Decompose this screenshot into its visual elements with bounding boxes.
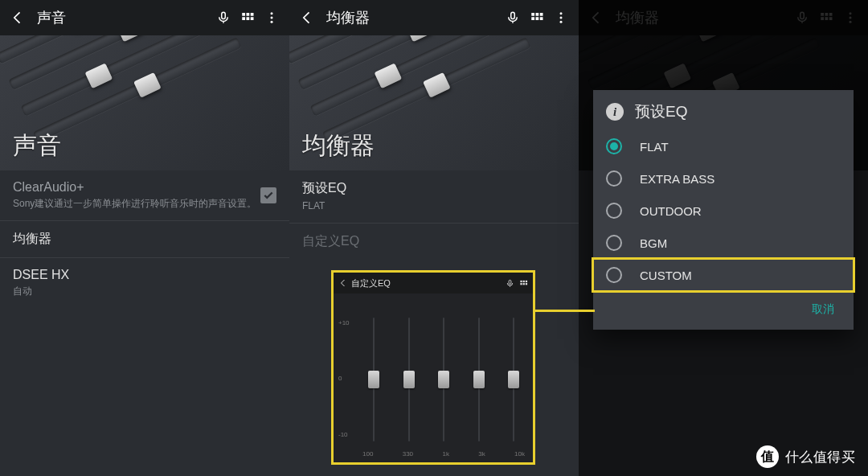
option-label: EXTRA BASS — [640, 172, 714, 186]
svg-rect-34 — [520, 283, 522, 285]
freq-label: 3k — [478, 450, 485, 458]
svg-rect-15 — [536, 17, 539, 20]
equalizer-label: 均衡器 — [13, 231, 276, 248]
clearaudio-checkbox[interactable] — [260, 187, 276, 203]
grid-icon — [519, 279, 528, 288]
eq-option-custom[interactable]: CUSTOM — [593, 259, 854, 291]
preset-eq-row[interactable]: 预设EQ FLAT — [289, 170, 579, 224]
svg-rect-13 — [540, 13, 543, 16]
svg-rect-6 — [251, 17, 254, 20]
svg-point-8 — [271, 17, 273, 19]
option-label: CUSTOM — [640, 269, 692, 282]
hero-banner: 均衡器 — [289, 35, 579, 170]
back-button[interactable] — [6, 6, 29, 29]
scale-bot: -10 — [338, 431, 348, 438]
mic-icon[interactable] — [502, 6, 524, 29]
preset-eq-value: FLAT — [302, 199, 566, 213]
svg-rect-0 — [222, 12, 226, 18]
svg-rect-16 — [540, 17, 543, 20]
svg-rect-35 — [523, 283, 525, 285]
watermark-text: 什么值得买 — [785, 448, 856, 466]
appbar-title: 均衡器 — [326, 8, 370, 27]
custom-eq-label: 自定义EQ — [289, 224, 579, 260]
radio-icon — [606, 170, 622, 187]
overflow-icon[interactable] — [550, 6, 572, 29]
radio-icon — [606, 203, 622, 219]
eq-band-100[interactable] — [362, 318, 385, 441]
clearaudio-label: ClearAudio+ — [13, 180, 260, 195]
svg-rect-33 — [526, 280, 527, 281]
svg-rect-31 — [520, 280, 522, 281]
svg-point-17 — [560, 12, 563, 14]
option-label: OUTDOOR — [640, 204, 702, 218]
eq-band-330[interactable] — [398, 318, 420, 441]
eq-option-flat[interactable]: FLAT — [593, 130, 854, 162]
radio-icon — [606, 235, 622, 251]
svg-rect-30 — [509, 280, 511, 284]
scale-top: +10 — [338, 319, 350, 326]
freq-label: 10k — [514, 450, 525, 458]
eq-band-10k[interactable] — [502, 318, 525, 441]
eq-option-bgm[interactable]: BGM — [593, 227, 854, 259]
watermark-badge-icon: 值 — [756, 445, 779, 468]
eq-band-1k[interactable] — [432, 318, 455, 441]
option-label: BGM — [640, 236, 667, 250]
custom-eq-preview: 自定义EQ +10 0 -10 100 330 1k 3k 10k — [331, 270, 535, 465]
svg-rect-5 — [247, 17, 250, 20]
appbar-title: 声音 — [37, 8, 66, 27]
preset-eq-dialog: i 预设EQ FLAT EXTRA BASS OUTDOOR BGM CUSTO… — [593, 90, 854, 330]
svg-rect-4 — [242, 17, 245, 20]
mic-icon — [506, 279, 514, 288]
svg-point-18 — [560, 17, 563, 19]
eq-option-outdoor[interactable]: OUTDOOR — [593, 195, 854, 227]
grid-icon[interactable] — [236, 6, 259, 29]
svg-rect-14 — [531, 17, 534, 20]
hero-title: 声音 — [13, 129, 61, 162]
clearaudio-desc: Sony建议通过一步简单操作进行聆听音乐时的声音设置。 — [13, 197, 260, 211]
annotation-connector — [535, 310, 595, 312]
svg-rect-2 — [247, 13, 250, 16]
freq-label: 330 — [403, 450, 413, 458]
dsee-value: 自动 — [13, 285, 276, 298]
eq-option-extra-bass[interactable]: EXTRA BASS — [593, 162, 854, 195]
svg-rect-36 — [526, 283, 527, 285]
hero-title: 均衡器 — [302, 129, 375, 162]
svg-rect-11 — [531, 13, 534, 16]
mic-icon[interactable] — [212, 6, 235, 29]
dialog-title: 预设EQ — [635, 101, 687, 122]
eq-band-3k[interactable] — [468, 318, 490, 441]
hero-banner: 声音 — [0, 35, 289, 170]
grid-icon[interactable] — [526, 6, 548, 29]
equalizer-row[interactable]: 均衡器 — [0, 221, 289, 258]
radio-icon — [606, 138, 622, 154]
svg-point-7 — [271, 12, 273, 14]
svg-rect-3 — [251, 13, 254, 16]
clearaudio-row[interactable]: ClearAudio+ Sony建议通过一步简单操作进行聆听音乐时的声音设置。 — [0, 170, 289, 221]
svg-rect-32 — [523, 280, 525, 281]
preset-eq-label: 预设EQ — [302, 180, 566, 197]
dsee-row[interactable]: DSEE HX 自动 — [0, 258, 289, 308]
watermark: 值 什么值得买 — [756, 445, 856, 468]
svg-rect-1 — [242, 13, 245, 16]
overflow-icon[interactable] — [260, 6, 283, 29]
freq-label: 100 — [362, 450, 373, 458]
svg-rect-10 — [511, 12, 515, 18]
inset-title: 自定义EQ — [351, 277, 391, 289]
radio-icon — [606, 267, 622, 283]
back-button[interactable] — [296, 6, 318, 29]
info-icon: i — [606, 103, 624, 121]
cancel-button[interactable]: 取消 — [804, 298, 842, 322]
svg-point-19 — [560, 21, 563, 23]
svg-rect-12 — [536, 13, 539, 16]
back-icon — [338, 278, 348, 288]
freq-label: 1k — [442, 450, 448, 458]
dsee-label: DSEE HX — [13, 268, 276, 282]
option-label: FLAT — [640, 140, 669, 154]
svg-point-9 — [271, 21, 273, 23]
scale-mid: 0 — [338, 375, 342, 382]
